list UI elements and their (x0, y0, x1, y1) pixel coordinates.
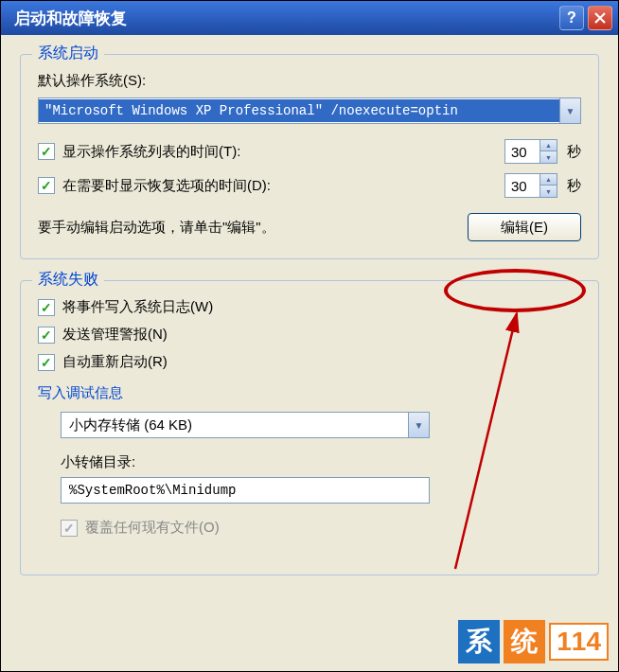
close-button[interactable] (588, 6, 612, 30)
show-os-list-checkbox[interactable]: ✓ (38, 143, 55, 160)
spinner-up-icon[interactable]: ▲ (540, 174, 557, 186)
titlebar: 启动和故障恢复 ? (1, 1, 618, 35)
default-os-label: 默认操作系统(S): (38, 72, 581, 90)
dropdown-arrow-icon[interactable]: ▼ (408, 413, 429, 437)
overwrite-row: ✓ 覆盖任何现有文件(O) (61, 519, 581, 537)
system-failure-title: 系统失败 (32, 270, 104, 290)
system-startup-title: 系统启动 (32, 44, 104, 63)
write-event-row: ✓ 将事件写入系统日志(W) (38, 298, 581, 316)
default-os-select[interactable]: "Microsoft Windows XP Professional" /noe… (38, 97, 581, 124)
overwrite-label: 覆盖任何现有文件(O) (85, 519, 220, 537)
watermark-b: 统 (504, 620, 545, 663)
titlebar-buttons: ? (559, 6, 612, 30)
auto-restart-row: ✓ 自动重新启动(R) (38, 353, 581, 371)
show-os-list-row: ✓ 显示操作系统列表的时间(T): 30 ▲ ▼ 秒 (38, 139, 581, 164)
help-button[interactable]: ? (559, 6, 584, 30)
dump-dir-label: 小转储目录: (61, 453, 581, 471)
spinner-down-icon[interactable]: ▼ (540, 186, 557, 197)
default-os-value: "Microsoft Windows XP Professional" /noe… (39, 99, 559, 122)
auto-restart-checkbox[interactable]: ✓ (38, 354, 55, 371)
dump-type-select[interactable]: 小内存转储 (64 KB) ▼ (61, 412, 430, 438)
window-title: 启动和故障恢复 (14, 8, 559, 29)
write-event-checkbox[interactable]: ✓ (38, 299, 55, 316)
edit-button[interactable]: 编辑(E) (468, 213, 581, 241)
overwrite-checkbox: ✓ (61, 520, 78, 537)
watermark-a: 系 (458, 620, 500, 663)
dropdown-arrow-icon[interactable]: ▼ (559, 98, 580, 123)
write-event-label: 将事件写入系统日志(W) (62, 298, 213, 316)
spinner-buttons: ▲ ▼ (539, 140, 557, 163)
show-recovery-checkbox[interactable]: ✓ (38, 177, 55, 194)
recovery-seconds-value: 30 (505, 178, 539, 194)
os-list-seconds-value: 30 (505, 144, 539, 160)
watermark: 系 统 114 (458, 620, 609, 663)
system-failure-group: 系统失败 ✓ 将事件写入系统日志(W) ✓ 发送管理警报(N) ✓ 自动重新启动… (20, 280, 599, 575)
dialog-window: 启动和故障恢复 ? 系统启动 默认操作系统(S): "Microsoft Win… (0, 0, 619, 672)
dialog-content: 系统启动 默认操作系统(S): "Microsoft Windows XP Pr… (1, 35, 618, 575)
send-alert-checkbox[interactable]: ✓ (38, 327, 55, 344)
edit-hint-label: 要手动编辑启动选项，请单击"编辑"。 (38, 219, 468, 237)
watermark-c: 114 (549, 623, 609, 661)
os-list-seconds-spinner[interactable]: 30 ▲ ▼ (504, 139, 557, 164)
close-icon (594, 12, 606, 24)
seconds-unit: 秒 (567, 143, 581, 161)
spinner-up-icon[interactable]: ▲ (540, 140, 557, 151)
dump-type-value: 小内存转储 (64 KB) (62, 416, 408, 434)
auto-restart-label: 自动重新启动(R) (62, 353, 168, 371)
debug-info-title: 写入调试信息 (38, 384, 581, 402)
dump-dir-input[interactable]: %SystemRoot%\Minidump (61, 477, 430, 504)
system-startup-group: 系统启动 默认操作系统(S): "Microsoft Windows XP Pr… (20, 54, 599, 259)
recovery-seconds-spinner[interactable]: 30 ▲ ▼ (504, 173, 557, 198)
send-alert-row: ✓ 发送管理警报(N) (38, 326, 581, 344)
show-recovery-label: 在需要时显示恢复选项的时间(D): (62, 177, 504, 195)
seconds-unit: 秒 (567, 177, 581, 195)
show-recovery-row: ✓ 在需要时显示恢复选项的时间(D): 30 ▲ ▼ 秒 (38, 173, 581, 198)
send-alert-label: 发送管理警报(N) (62, 326, 168, 344)
edit-row: 要手动编辑启动选项，请单击"编辑"。 编辑(E) (38, 213, 581, 241)
spinner-buttons: ▲ ▼ (539, 174, 557, 197)
show-os-list-label: 显示操作系统列表的时间(T): (62, 143, 504, 161)
spinner-down-icon[interactable]: ▼ (540, 151, 557, 163)
